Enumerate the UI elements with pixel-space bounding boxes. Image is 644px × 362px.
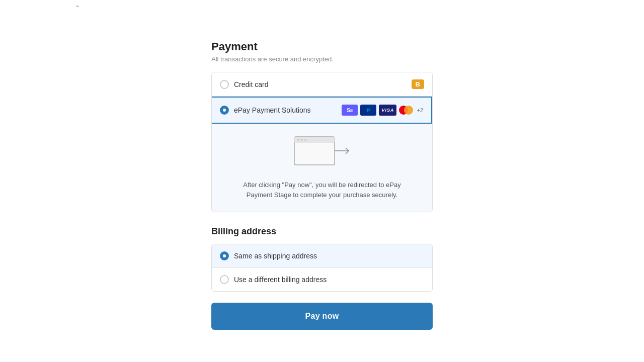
- billing-options-group: Same as shipping address Use a different…: [211, 244, 433, 292]
- billing-title: Billing address: [211, 226, 433, 237]
- epay-label: ePay Payment Solutions: [234, 106, 342, 114]
- payment-option-epay[interactable]: ePay Payment Solutions S≡ P VISA +2: [212, 97, 432, 124]
- collapse-chevron-icon[interactable]: ⌃: [74, 4, 80, 12]
- svg-point-2: [297, 139, 299, 141]
- same-shipping-radio[interactable]: [220, 251, 229, 260]
- billing-option-same-shipping[interactable]: Same as shipping address: [212, 244, 432, 268]
- payment-subtitle: All transactions are secure and encrypte…: [211, 55, 433, 63]
- redirect-illustration: [293, 136, 351, 173]
- credit-card-label: Credit card: [234, 80, 412, 88]
- mastercard-icon: [399, 106, 413, 115]
- payment-title: Payment: [211, 40, 433, 53]
- epay-redirect-info: After clicking "Pay now", you will be re…: [212, 124, 432, 212]
- credit-card-radio[interactable]: [220, 80, 229, 89]
- svg-rect-1: [294, 137, 335, 143]
- epay-icon-2: P: [360, 105, 376, 116]
- different-billing-label: Use a different billing address: [234, 276, 327, 284]
- same-shipping-label: Same as shipping address: [234, 252, 317, 260]
- visa-icon: VISA: [379, 105, 396, 116]
- svg-point-3: [301, 139, 303, 141]
- different-billing-radio[interactable]: [220, 275, 229, 284]
- payment-option-credit-card[interactable]: Credit card B: [212, 72, 432, 97]
- pay-now-button[interactable]: Pay now: [211, 303, 433, 330]
- main-content: Payment All transactions are secure and …: [201, 0, 443, 350]
- redirect-text: After clicking "Pay now", you will be re…: [243, 180, 400, 200]
- credit-card-badge: B: [412, 79, 424, 89]
- page-container: ⌃ Payment All transactions are secure an…: [0, 0, 644, 362]
- svg-point-4: [304, 139, 306, 141]
- billing-option-different[interactable]: Use a different billing address: [212, 268, 432, 291]
- epay-card-icons: S≡ P VISA +2: [342, 105, 423, 116]
- epay-radio[interactable]: [220, 106, 229, 115]
- epay-icon-1: S≡: [342, 105, 358, 116]
- more-icons-label: +2: [417, 107, 423, 113]
- payment-options-group: Credit card B ePay Payment Solutions S≡ …: [211, 72, 433, 212]
